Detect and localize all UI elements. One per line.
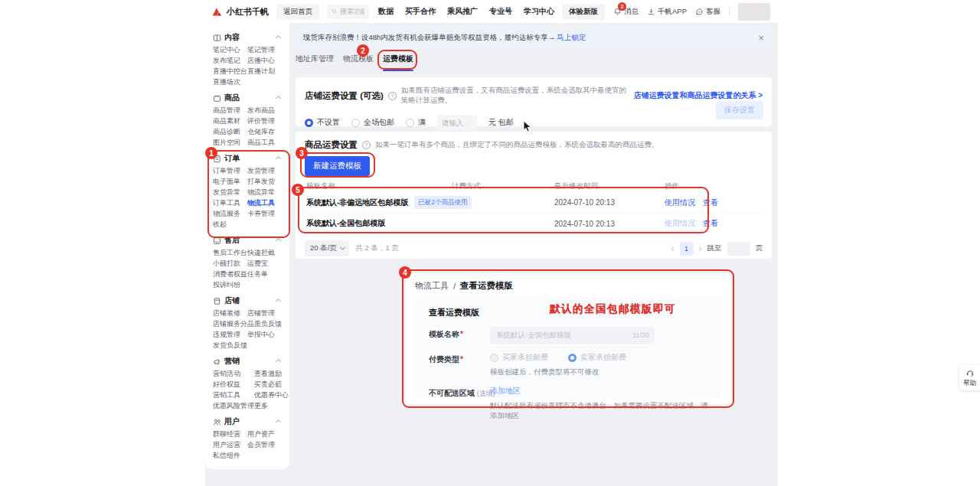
amount-input[interactable]	[437, 115, 477, 130]
sidebar-item[interactable]: 买贵必赔	[254, 380, 289, 389]
banner-close-icon[interactable]: ×	[758, 32, 764, 44]
info-icon[interactable]: ?	[388, 92, 397, 100]
sidebar-item[interactable]: 优惠券中心	[254, 391, 289, 400]
sidebar-item[interactable]: 好价权益	[213, 380, 254, 389]
sidebar-item[interactable]: 售后工作台	[213, 249, 247, 257]
sidebar-item[interactable]: 店铺装修	[213, 309, 247, 318]
sidebar-item[interactable]: 消费者权益	[213, 270, 247, 279]
sidebar-item[interactable]: 优惠风险管理	[213, 402, 254, 410]
view-link[interactable]: 查看	[703, 218, 718, 229]
qianfan-app-item[interactable]: 千帆APP	[647, 7, 687, 17]
section-header-content[interactable]: 内容	[213, 32, 282, 43]
sidebar-item[interactable]: 发布笔记	[213, 57, 247, 65]
experience-new-button[interactable]: 体验新版	[562, 4, 605, 20]
sidebar-item[interactable]: 发货管理	[247, 167, 282, 175]
sidebar-item[interactable]: 店铺服务分	[213, 320, 247, 328]
sidebar-item[interactable]: 订单管理	[213, 167, 247, 175]
sidebar-item[interactable]: 小额打款	[213, 259, 247, 268]
radio-seller-pays[interactable]: 卖家承担邮费	[568, 352, 626, 363]
sidebar-item[interactable]: 笔记管理	[247, 46, 282, 54]
search-box[interactable]	[327, 5, 369, 19]
table-row[interactable]: 系统默认-全国包邮模版 2024-07-10 20:13 使用情况查看	[305, 213, 763, 233]
sidebar-item[interactable]: 商品素材	[213, 117, 247, 126]
search-input[interactable]	[340, 8, 364, 15]
sidebar-item[interactable]: 电子面单	[213, 178, 247, 186]
sidebar-item[interactable]: 直播中控台	[213, 67, 247, 76]
sidebar-item[interactable]: 用户资产	[247, 430, 282, 439]
current-page[interactable]: 1	[680, 242, 694, 256]
banner-link[interactable]: 马上锁定	[557, 33, 586, 43]
sidebar-item[interactable]: 打单发货	[247, 178, 282, 186]
breadcrumb-parent[interactable]: 物流工具	[415, 280, 449, 292]
sidebar-item[interactable]: 更多	[254, 402, 289, 410]
section-header-goods[interactable]: 商品	[213, 93, 282, 103]
table-row[interactable]: 系统默认-非偏远地区包邮模版已被2个商品使用 2024-07-10 20:13 …	[305, 192, 763, 213]
sidebar-item[interactable]: 物流异常	[247, 188, 282, 197]
help-button[interactable]: 帮助	[959, 365, 980, 390]
add-area-link[interactable]: 添加地区	[490, 387, 521, 395]
sidebar-item[interactable]: 发货负反馈	[213, 341, 247, 350]
sidebar-item[interactable]: 收起	[213, 220, 247, 229]
relation-link[interactable]: 店铺运费设置和商品运费设置的关系 >	[633, 90, 763, 101]
usage-link[interactable]: 使用情况	[665, 218, 695, 229]
sidebar-item[interactable]: 发货异常	[213, 188, 247, 197]
new-template-button[interactable]: 新建运费模板	[305, 156, 370, 176]
sidebar-item[interactable]: 查看激励	[254, 370, 289, 378]
sidebar-item[interactable]: 举报中心	[247, 331, 282, 339]
sidebar-item[interactable]: 评价管理	[247, 117, 282, 126]
sidebar-item[interactable]: 任务单	[247, 270, 282, 279]
sidebar-item[interactable]: 笔记中心	[213, 46, 247, 54]
section-header-aftersale[interactable]: 售后	[213, 235, 282, 246]
sidebar-item[interactable]: 仓储库存	[247, 128, 282, 136]
tab[interactable]: 地址库管理	[296, 54, 334, 71]
sidebar-item[interactable]: 直播场次	[213, 78, 247, 86]
next-page-icon[interactable]: ›	[699, 243, 702, 254]
sidebar-item[interactable]: 商品工具	[247, 139, 282, 147]
sidebar-item[interactable]: 投诉纠纷	[213, 281, 247, 289]
radio-buyer-pays[interactable]: 买家承担邮费	[490, 352, 548, 363]
sidebar-item[interactable]: 群聊经营	[213, 430, 247, 439]
radio-all-free[interactable]: 全场包邮	[351, 117, 394, 128]
view-link[interactable]: 查看	[703, 197, 718, 208]
radio-over-amount[interactable]: 满	[406, 117, 426, 128]
section-header-shop[interactable]: 店铺	[213, 295, 282, 306]
sidebar-item[interactable]: 店播中心	[247, 57, 282, 65]
top-nav-item[interactable]: 学习中心	[524, 6, 554, 17]
section-header-marketing[interactable]: 营销	[213, 356, 282, 367]
sidebar-item[interactable]: 私信组件	[213, 452, 247, 460]
sidebar-item[interactable]: 店铺管理	[247, 309, 282, 318]
top-nav-item[interactable]: 数据	[378, 6, 394, 17]
radio-no-setting[interactable]: 不设置	[305, 117, 340, 128]
top-nav-item[interactable]: 乘风推广	[447, 6, 478, 17]
sidebar-item[interactable]: 物流工具	[247, 199, 282, 207]
sidebar-item[interactable]: 运费宝	[247, 259, 282, 268]
sidebar-item[interactable]: 营销活动	[213, 370, 254, 378]
sidebar-item[interactable]: 营销工具	[213, 391, 254, 400]
prev-page-icon[interactable]: ‹	[671, 243, 675, 254]
sidebar-item[interactable]: 商品诊断	[213, 128, 247, 136]
avatar[interactable]	[738, 3, 770, 21]
sidebar-item[interactable]: 快递拦截	[247, 249, 282, 257]
jump-page-input[interactable]	[727, 242, 750, 256]
sidebar-item[interactable]: 商品管理	[213, 106, 247, 115]
save-settings-button[interactable]: 保存设置	[716, 101, 763, 119]
customer-service-item[interactable]: 客服	[695, 7, 720, 17]
section-header-users[interactable]: 用户	[213, 416, 282, 427]
info-icon[interactable]: ?	[362, 141, 371, 149]
sidebar-item[interactable]: 物流服务	[213, 210, 247, 218]
sidebar-item[interactable]: 直播计划	[247, 67, 282, 76]
brand[interactable]: 小红书千帆	[211, 6, 269, 18]
tab[interactable]: 物流模板	[343, 54, 374, 71]
message-item[interactable]: 2 消息	[613, 7, 639, 17]
page-size-select[interactable]: 20 条/页	[305, 240, 349, 256]
sidebar-item[interactable]: 用户运营	[213, 441, 247, 449]
usage-link[interactable]: 使用情况	[665, 197, 695, 208]
top-nav-item[interactable]: 专业号	[489, 6, 512, 17]
sidebar-item[interactable]: 会员管理	[247, 441, 282, 449]
tab[interactable]: 运费模板	[383, 54, 413, 71]
sidebar-item[interactable]: 发布商品	[247, 106, 282, 115]
template-name-input[interactable]	[490, 327, 655, 344]
back-home-button[interactable]: 返回首页	[276, 4, 319, 20]
top-nav-item[interactable]: 买手合作	[405, 6, 436, 17]
sidebar-item[interactable]: 违规管理	[213, 331, 247, 339]
